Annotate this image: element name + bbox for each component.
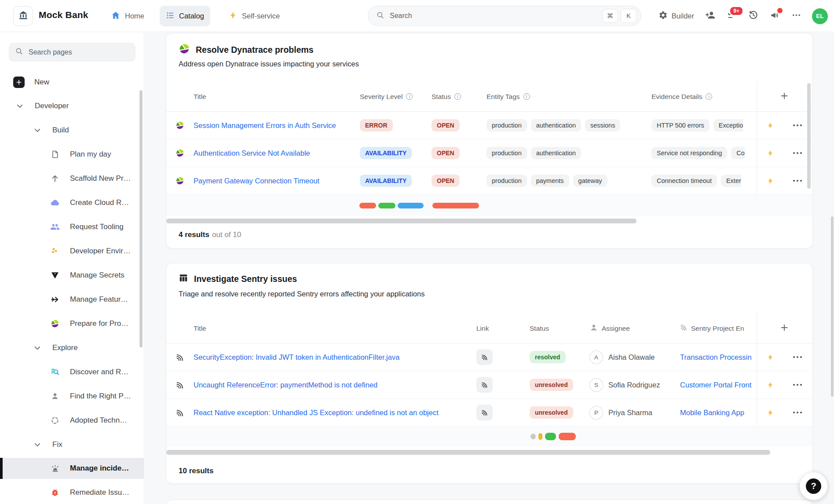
brand-logo[interactable] <box>13 6 33 26</box>
quick-action-bolt-button[interactable] <box>767 409 774 416</box>
user-avatar[interactable]: EL <box>812 8 828 24</box>
info-icon[interactable] <box>454 93 461 100</box>
skeleton-pill <box>559 433 576 440</box>
widget-subtitle: Address open Dynatrace issues impacting … <box>179 60 359 68</box>
horizontal-scrollbar[interactable] <box>166 219 636 223</box>
status-badge: resolved <box>530 351 566 363</box>
table-vertical-scrollbar[interactable] <box>807 83 811 189</box>
quick-action-bolt-button[interactable] <box>767 122 774 129</box>
sentry-link-button[interactable] <box>476 377 493 393</box>
quick-action-bolt-button[interactable] <box>767 150 774 157</box>
sentry-icon <box>166 381 194 389</box>
assignee-cell: PPriya Sharma <box>589 406 680 420</box>
global-search[interactable]: ⌘ K <box>368 6 641 26</box>
row-menu-button[interactable] <box>793 356 802 358</box>
announcements-button[interactable] <box>769 11 780 22</box>
issue-title-link[interactable]: Uncaught ReferenceError: paymentMethod i… <box>194 381 377 389</box>
sidebar-search[interactable] <box>9 43 135 62</box>
sidebar-item-plan-my-day[interactable]: Plan my day <box>0 142 144 166</box>
project-link[interactable]: Transaction Processin <box>680 353 752 361</box>
evidence-cell: HTTP 500 errorsExceptio <box>651 119 757 131</box>
entity-tag: production <box>486 175 527 187</box>
sidebar-item-create-cloud-r[interactable]: Create Cloud R… <box>0 190 144 215</box>
sidebar-item-build[interactable]: Build <box>0 118 144 142</box>
quick-action-bolt-button[interactable] <box>767 177 774 185</box>
add-column-button[interactable] <box>779 323 789 334</box>
sidebar-item-developer-envir[interactable]: Developer Envir… <box>0 239 144 263</box>
tab-home[interactable]: Home <box>105 6 150 26</box>
quick-action-bolt-button[interactable] <box>767 354 774 361</box>
column-header-label: Severity Level <box>360 93 402 101</box>
horizontal-scrollbar[interactable] <box>166 450 770 455</box>
sidebar-item-adopted-techn[interactable]: Adopted Techn… <box>0 408 144 432</box>
help-button[interactable]: ? <box>800 472 827 500</box>
issue-title-link[interactable]: Payment Gateway Connection Timeout <box>194 177 319 185</box>
more-menu-button[interactable] <box>790 11 802 22</box>
history-button[interactable] <box>747 11 759 22</box>
search-input[interactable] <box>390 12 600 20</box>
sidebar-item-remediate-issu[interactable]: Remediate Issu… <box>0 480 144 504</box>
sidebar-item-developer[interactable]: Developer <box>0 94 144 118</box>
status-badge: OPEN <box>432 119 460 131</box>
tab-catalog[interactable]: Catalog <box>160 6 210 26</box>
sidebar-item-label: Manage Secrets <box>70 271 124 280</box>
row-menu-button[interactable] <box>793 412 802 413</box>
row-menu-button[interactable] <box>793 124 802 126</box>
issue-title-link[interactable]: React Native exception: Unhandled JS Exc… <box>194 409 439 416</box>
sidebar-item-manage-featur[interactable]: Manage Featur… <box>0 287 144 311</box>
gear-icon <box>658 11 668 22</box>
lightning-icon <box>229 11 238 22</box>
row-menu-button[interactable] <box>793 384 802 386</box>
issue-title-link[interactable]: Authentication Service Not Available <box>194 149 310 157</box>
table-header-row: TitleSeverity LevelStatusEntity TagsEvid… <box>166 82 812 112</box>
dynatrace-icon <box>166 176 194 185</box>
widget-next-partial <box>166 500 813 504</box>
row-menu-button[interactable] <box>793 180 802 182</box>
sidebar-item-label: Find the Right P… <box>70 392 131 401</box>
info-icon[interactable] <box>706 93 712 100</box>
sidebar-item-find-the-right-p[interactable]: Find the Right P… <box>0 384 144 408</box>
dynatrace-icon <box>166 121 194 130</box>
link-cell <box>476 377 530 393</box>
row-menu-button[interactable] <box>793 152 802 154</box>
title-cell: Session Management Errors in Auth Servic… <box>194 121 360 130</box>
issue-title-link[interactable]: SecurityException: Invalid JWT token in … <box>194 353 399 361</box>
entity-tag: sessions <box>585 119 620 131</box>
sidebar-item-explore[interactable]: Explore <box>0 336 144 360</box>
status-cell: unresolved <box>530 406 589 419</box>
page-scrollbar[interactable] <box>831 216 834 397</box>
table-row: Uncaught ReferenceError: paymentMethod i… <box>166 371 812 399</box>
sidebar-item-discover-and-r[interactable]: Discover and R… <box>0 360 144 384</box>
issue-title-link[interactable]: Session Management Errors in Auth Servic… <box>194 121 336 129</box>
dynatrace-table: TitleSeverity LevelStatusEntity TagsEvid… <box>166 82 812 195</box>
status-badge: OPEN <box>432 147 460 159</box>
sentry-link-button[interactable] <box>476 405 493 420</box>
project-link[interactable]: Mobile Banking App <box>680 409 744 416</box>
navbar-actions: Builder 9+ EL <box>658 0 828 32</box>
sidebar-item-prepare-for-pro[interactable]: Prepare for Pro… <box>0 311 144 336</box>
sidebar-item-manage-incide[interactable]: Manage incide… <box>0 458 144 479</box>
invite-user-button[interactable] <box>704 11 716 22</box>
sentry-link-button[interactable] <box>476 349 493 365</box>
tab-self-service[interactable]: Self-service <box>223 6 286 26</box>
search-icon <box>15 47 23 57</box>
assignee-avatar: P <box>589 406 603 420</box>
sidebar-scrollbar[interactable] <box>139 90 143 347</box>
add-column-button[interactable] <box>779 91 789 102</box>
info-icon[interactable] <box>406 93 413 100</box>
sidebar-item-scaffold-new-pr[interactable]: Scaffold New Pr… <box>0 166 144 190</box>
new-button[interactable]: New <box>9 73 49 92</box>
sidebar-item-request-tooling[interactable]: Request Tooling <box>0 215 144 239</box>
top-navbar: Mock Bank Home Catalog Self-service ⌘ K … <box>0 0 834 32</box>
assignee-avatar: A <box>589 351 603 364</box>
tasks-button[interactable]: 9+ <box>726 11 737 22</box>
sidebar-item-manage-secrets[interactable]: Manage Secrets <box>0 263 144 287</box>
project-link[interactable]: Customer Portal Front <box>680 381 751 389</box>
quick-action-bolt-button[interactable] <box>767 381 774 389</box>
sidebar-search-input[interactable] <box>29 48 129 56</box>
sidebar-item-fix[interactable]: Fix <box>0 432 144 457</box>
chevron-down-icon <box>15 102 25 110</box>
info-icon[interactable] <box>523 93 530 100</box>
project-cell: Mobile Banking App <box>680 409 757 417</box>
builder-button[interactable]: Builder <box>658 11 694 22</box>
